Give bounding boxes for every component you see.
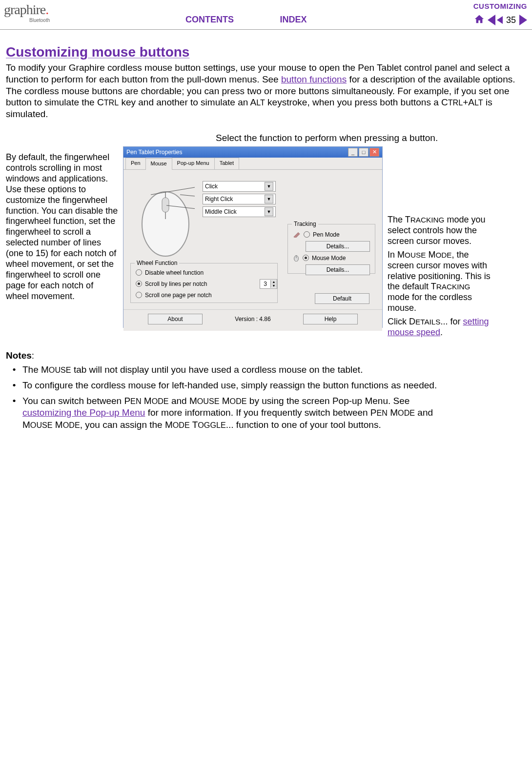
scroll-lines-label: Scroll by lines per notch <box>145 281 207 287</box>
spinner-down-icon[interactable]: ▼ <box>271 284 277 288</box>
n3s6: ODE <box>398 408 415 417</box>
help-button[interactable]: Help <box>303 314 358 324</box>
logo: graphire. <box>4 2 48 18</box>
rc-t9: . <box>440 327 443 337</box>
ctrl2-sc: TRL <box>448 98 463 107</box>
mouse-illustration <box>136 180 195 258</box>
wheel-function-group: Wheel Function Disable wheel function Sc… <box>130 263 278 303</box>
n3s8: ODE <box>63 421 80 429</box>
tracking-legend: Tracking <box>292 221 318 227</box>
nav-links: CONTENTS INDEX <box>185 15 350 25</box>
default-button[interactable]: Default <box>315 293 369 304</box>
chevron-down-icon: ▼ <box>265 182 273 191</box>
note-item-1: • The MOUSE tab will not display until y… <box>6 364 445 376</box>
scroll-page-radio[interactable] <box>136 292 142 298</box>
minimize-icon[interactable]: _ <box>348 148 358 157</box>
spinner-up-icon[interactable]: ▲ <box>271 280 277 284</box>
mclick-label: Middle Click <box>205 208 237 215</box>
button-functions-link[interactable]: button functions <box>281 74 347 84</box>
page-title: Customizing mouse buttons <box>6 44 526 60</box>
n3s10: OGGLE <box>198 421 225 429</box>
pen-icon <box>293 232 301 238</box>
rc-sc4: RACKING <box>436 282 471 291</box>
maximize-icon[interactable]: □ <box>359 148 368 157</box>
n1sc: OUSE <box>49 365 71 374</box>
intro-paragraph: To modify your Graphire cordless mouse b… <box>6 62 526 120</box>
click-label: Click <box>205 183 218 190</box>
svg-rect-2 <box>162 198 169 212</box>
ctrl-sc: TRL <box>104 98 119 107</box>
index-link[interactable]: INDEX <box>280 15 307 24</box>
right-click-dropdown[interactable]: Right Click▼ <box>203 194 276 204</box>
scroll-lines-radio[interactable] <box>136 281 142 287</box>
n2: To configure the cordless mouse for left… <box>22 380 445 391</box>
rc-sc2: OUSE <box>405 251 426 259</box>
rclick-label: Right Click <box>205 196 233 202</box>
logo-text: graphire <box>4 2 45 17</box>
window-titlebar[interactable]: Pen Tablet Properties _ □ ✕ <box>123 147 382 158</box>
top-bar: graphire. Bluetooth CUSTOMIZING CONTENTS… <box>0 0 532 30</box>
prev-page-icon[interactable] <box>497 16 503 24</box>
lines-value: 3 <box>260 281 270 287</box>
n1b: tab will not display until you have used… <box>71 364 363 375</box>
n3s2: ODE <box>152 397 169 405</box>
home-icon[interactable] <box>474 14 485 26</box>
n1a: The M <box>22 364 49 375</box>
pen-mode-label: Pen Mode <box>313 231 340 238</box>
middle-click-dropdown[interactable]: Middle Click▼ <box>203 206 276 217</box>
tab-tablet[interactable]: Tablet <box>214 158 239 169</box>
pen-details-button: Details... <box>306 241 370 252</box>
n3m5: for more information. If you frequently … <box>145 407 376 418</box>
mouse-mode-radio[interactable] <box>303 255 309 261</box>
n3m8: M <box>53 420 63 430</box>
n3m1: M <box>142 396 152 406</box>
lines-spinner[interactable]: 3▲▼ <box>260 279 277 289</box>
contents-link[interactable]: CONTENTS <box>185 15 234 24</box>
pen-mode-radio[interactable] <box>304 231 310 238</box>
disable-wheel-radio[interactable] <box>136 269 142 276</box>
rc-sc5: ETAILS <box>415 318 441 326</box>
callout-fingerwheel: By default, the fingerwheel controls scr… <box>6 146 118 302</box>
n3b: ... function to one of your tool buttons… <box>226 420 381 430</box>
prev-chapter-icon[interactable] <box>488 15 495 25</box>
n3m9: , you can assign the M <box>80 420 173 430</box>
n3s7: OUSE <box>30 421 53 429</box>
intro-text3: key and another to simulate an A <box>119 97 256 107</box>
tracking-group: Tracking Pen Mode Details... Mouse Mode … <box>287 224 375 274</box>
rc-sc1: RACKING <box>410 216 445 224</box>
n3m6: M <box>388 407 398 418</box>
note-item-2: • To configure the cordless mouse for le… <box>6 380 445 391</box>
intro-text4: keystroke, when you press both buttons a… <box>265 97 448 107</box>
tab-popup-menu[interactable]: Pop-up Menu <box>172 158 215 169</box>
tab-mouse[interactable]: Mouse <box>145 158 172 170</box>
n3s5: EN <box>377 408 388 417</box>
click-dropdown[interactable]: Click▼ <box>203 181 276 192</box>
rc-sc3: ODE <box>435 251 451 259</box>
rc-t4: M <box>426 250 435 260</box>
callout-select-function: Select the function to perform when pres… <box>216 133 526 143</box>
page-number: 35 <box>506 15 516 25</box>
bluetooth-label: Bluetooth <box>29 18 50 23</box>
notes-header: Notes <box>6 350 32 361</box>
n3s3: OUSE <box>197 397 220 405</box>
scroll-page-label: Scroll one page per notch <box>145 292 212 299</box>
n3s4: ODE <box>230 397 247 405</box>
section-breadcrumb[interactable]: CUSTOMIZING <box>473 2 527 10</box>
notes-section: Notes: • The MOUSE tab will not display … <box>6 350 445 431</box>
close-icon[interactable]: ✕ <box>369 148 379 157</box>
callout-tracking: The TRACKING mode you select controls ho… <box>388 146 494 338</box>
n3s9: ODE <box>173 421 190 429</box>
wheel-legend: Wheel Function <box>135 260 179 266</box>
n3m3: M <box>219 396 229 406</box>
rc-t6: mode for the cordless mouse. <box>388 292 472 313</box>
svg-line-4 <box>180 195 195 198</box>
tab-strip: Pen Mouse Pop-up Menu Tablet <box>123 158 382 170</box>
mouse-icon <box>293 255 300 262</box>
mouse-details-button[interactable]: Details... <box>306 264 370 275</box>
next-page-icon[interactable] <box>519 15 527 25</box>
tab-pen[interactable]: Pen <box>125 158 146 169</box>
customizing-popup-link[interactable]: customizing the Pop-up Menu <box>22 407 145 418</box>
about-button[interactable]: About <box>148 314 203 324</box>
n3m10: T <box>190 420 198 430</box>
nav-icons: 35 <box>474 14 527 26</box>
